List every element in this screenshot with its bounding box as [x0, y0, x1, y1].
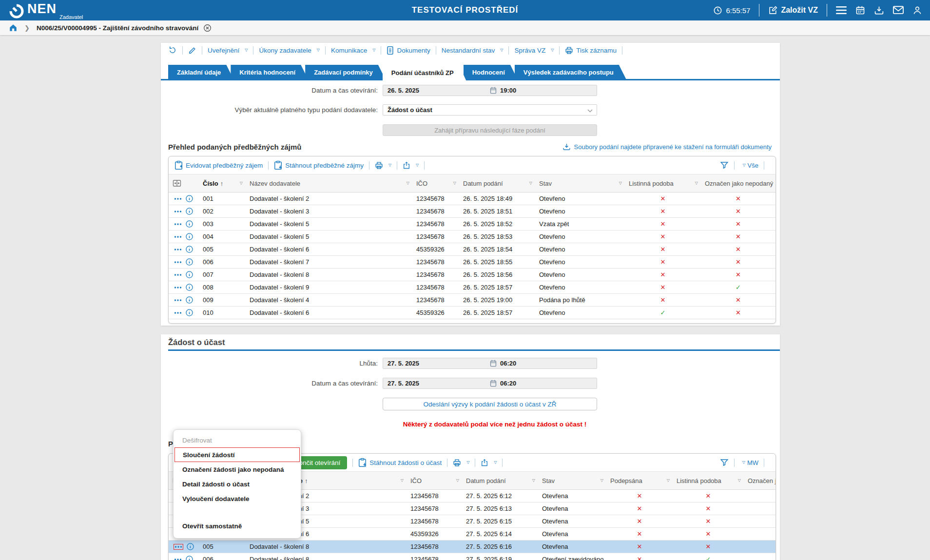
export-table-button[interactable]: ▽: [481, 459, 497, 467]
filter-button[interactable]: [720, 458, 729, 467]
info-icon[interactable]: [186, 208, 193, 215]
table-row[interactable]: 003Dodavatel - školení 51234567826. 5. 2…: [169, 218, 775, 231]
calendar-button[interactable]: [855, 5, 865, 15]
ctx-slouceni-zadosti[interactable]: Sloučení žádostí: [174, 447, 300, 462]
tab-zakladni-udaje[interactable]: Základní údaje: [168, 65, 233, 79]
col-ico[interactable]: IČO▽: [407, 472, 462, 490]
col-ico[interactable]: IČO▽: [412, 174, 459, 193]
create-vz-button[interactable]: Založit VZ: [768, 6, 818, 15]
filter-preset-value[interactable]: Vše: [748, 162, 758, 169]
col-listinna-podoba[interactable]: Listinná podoba▽: [625, 174, 701, 193]
column-menu-icon[interactable]: ▽: [529, 181, 532, 185]
print-table-button[interactable]: ▽: [375, 161, 391, 170]
ctx-otevrit-samostatne[interactable]: Otevřít samostatně: [174, 519, 301, 533]
row-menu-dots-icon[interactable]: [174, 260, 182, 265]
col-cislo[interactable]: Číslo↑▽: [199, 174, 246, 193]
column-menu-icon[interactable]: ▽: [401, 478, 404, 483]
row-menu-dots-icon[interactable]: [174, 222, 182, 227]
ctx-oznaceni-nepodana[interactable]: Označení žádosti jako nepodaná: [174, 462, 301, 477]
tab-zadavaci-podminky[interactable]: Zadávací podmínky: [305, 65, 386, 79]
row-menu-dots-icon[interactable]: [174, 544, 183, 550]
menu-dokumenty[interactable]: Dokumenty: [387, 46, 430, 55]
info-icon[interactable]: [186, 246, 193, 253]
col-stav[interactable]: Stav▽: [538, 472, 606, 490]
column-menu-icon[interactable]: ▽: [738, 478, 741, 483]
row-menu-dots-icon[interactable]: [174, 234, 182, 239]
table-row[interactable]: 009Dodavatel - školení 41234567826. 5. 2…: [169, 294, 775, 307]
breadcrumb-title[interactable]: N006/25/V00004995 - Zajištění závodního …: [37, 24, 198, 32]
send-vyzva-button[interactable]: Odeslání výzvy k podání žádosti o účast …: [383, 398, 597, 410]
user-button[interactable]: [912, 5, 922, 15]
table-row[interactable]: 004Dodavatel - školení 51234567826. 5. 2…: [169, 231, 775, 243]
downloads-button[interactable]: [874, 5, 884, 16]
menu-nestandardni-stav[interactable]: Nestandardní stav▽: [442, 47, 504, 54]
row-menu-dots-icon[interactable]: [174, 196, 182, 201]
edit-record-button[interactable]: [188, 46, 196, 55]
column-menu-icon[interactable]: ▽: [407, 181, 409, 185]
col-nazev-dodavatele[interactable]: Název dodavatele▽: [246, 174, 412, 193]
info-icon[interactable]: [186, 195, 193, 202]
info-icon[interactable]: [186, 309, 193, 316]
stahnout-zajmy-button[interactable]: Stáhnout předběžné zájmy: [274, 161, 364, 170]
home-button[interactable]: [9, 23, 18, 32]
table-row[interactable]: 005Dodavatel - školení 64535932626. 5. 2…: [169, 243, 775, 256]
column-menu-icon[interactable]: ▽: [667, 478, 670, 483]
col-datum-podani[interactable]: Datum podání▽: [462, 472, 538, 490]
col-oznacen-jako-nepodany[interactable]: Označen jako nepodaný: [701, 174, 775, 193]
calendar-icon[interactable]: [490, 360, 497, 367]
export-table-button[interactable]: ▽: [403, 161, 419, 170]
info-icon[interactable]: [186, 220, 193, 228]
table-row[interactable]: 006Dodavatel - školení 81234567827. 5. 2…: [169, 553, 775, 560]
col-oznacen-jako-nepodany[interactable]: Označen jako nepodaný: [744, 472, 775, 490]
menu-uverejneni[interactable]: Uveřejnění▽: [208, 47, 248, 54]
row-menu-dots-icon[interactable]: [174, 285, 182, 290]
info-icon[interactable]: [186, 556, 193, 560]
print-table-button[interactable]: ▽: [453, 459, 469, 467]
ctx-vylouceni-dodavatele[interactable]: Vyloučení dodavatele: [174, 491, 301, 506]
menu-sprava-vz[interactable]: Správa VZ▽: [514, 47, 554, 54]
info-icon[interactable]: [186, 233, 193, 240]
col-podepsana[interactable]: Podepsána▽: [606, 472, 673, 490]
table-row[interactable]: 001Dodavatel - školení 21234567826. 5. 2…: [169, 193, 775, 205]
col-listinna-podoba[interactable]: Listinná podoba▽: [673, 472, 744, 490]
menu-komunikace[interactable]: Komunikace▽: [331, 47, 375, 54]
row-menu-dots-icon[interactable]: [174, 247, 182, 252]
table-row[interactable]: 006Dodavatel - školení 71234567826. 5. 2…: [169, 256, 775, 269]
tab-kriteria-hodnoceni[interactable]: Kritéria hodnocení: [231, 65, 308, 79]
opening-datetime-field[interactable]: 26. 5. 2025 19:00: [383, 85, 597, 96]
print-record-button[interactable]: Tisk záznamu: [565, 46, 617, 55]
info-icon[interactable]: [186, 296, 193, 304]
column-menu-icon[interactable]: ▽: [240, 181, 243, 185]
table-row[interactable]: 005Dodavatel - školení 81234567827. 5. 2…: [169, 541, 775, 553]
info-icon[interactable]: [186, 284, 193, 291]
filter-preset-value[interactable]: MW: [747, 459, 758, 466]
main-menu-button[interactable]: [836, 6, 847, 15]
calendar-icon[interactable]: [490, 380, 497, 387]
tab-vysledek-zadavaciho-postupu[interactable]: Výsledek zadávacího postupu: [515, 65, 626, 79]
row-menu-dots-icon[interactable]: [174, 298, 182, 303]
tab-hodnoceni[interactable]: Hodnocení: [464, 65, 518, 79]
column-menu-icon[interactable]: ▽: [456, 478, 459, 483]
messages-button[interactable]: [893, 6, 904, 15]
nen-logo[interactable]: NEN Zadavatel: [9, 1, 57, 19]
col-stav[interactable]: Stav▽: [535, 174, 625, 193]
submission-type-select[interactable]: Žádost o účast: [383, 104, 597, 116]
tab-podani-ucastniku-zp[interactable]: Podání účastníků ZP: [383, 65, 466, 81]
column-menu-icon[interactable]: ▽: [695, 181, 698, 185]
table-row[interactable]: 002Dodavatel - školení 31234567826. 5. 2…: [169, 205, 775, 218]
submission-files-link[interactable]: Soubory podání najdete připravené ke sta…: [562, 143, 772, 151]
row-menu-dots-icon[interactable]: [174, 209, 182, 214]
filter-button[interactable]: [720, 161, 729, 170]
info-icon[interactable]: [187, 543, 194, 550]
table-row[interactable]: 010Dodavatel - školení 64535932626. 5. 2…: [169, 307, 775, 319]
row-menu-dots-icon[interactable]: [174, 557, 182, 560]
table-row[interactable]: 008Dodavatel - školení 91234567826. 5. 2…: [169, 281, 775, 294]
start-next-phase-button[interactable]: Zahájit přípravu následující fáze podání: [383, 124, 597, 136]
info-icon[interactable]: [186, 258, 193, 266]
calendar-icon[interactable]: [490, 87, 497, 94]
column-menu-icon[interactable]: ▽: [601, 478, 603, 483]
column-settings-header[interactable]: [169, 174, 199, 193]
row-menu-dots-icon[interactable]: [174, 310, 182, 315]
info-icon[interactable]: [186, 271, 193, 278]
menu-ukony-zadavatele[interactable]: Úkony zadavatele▽: [259, 47, 319, 54]
